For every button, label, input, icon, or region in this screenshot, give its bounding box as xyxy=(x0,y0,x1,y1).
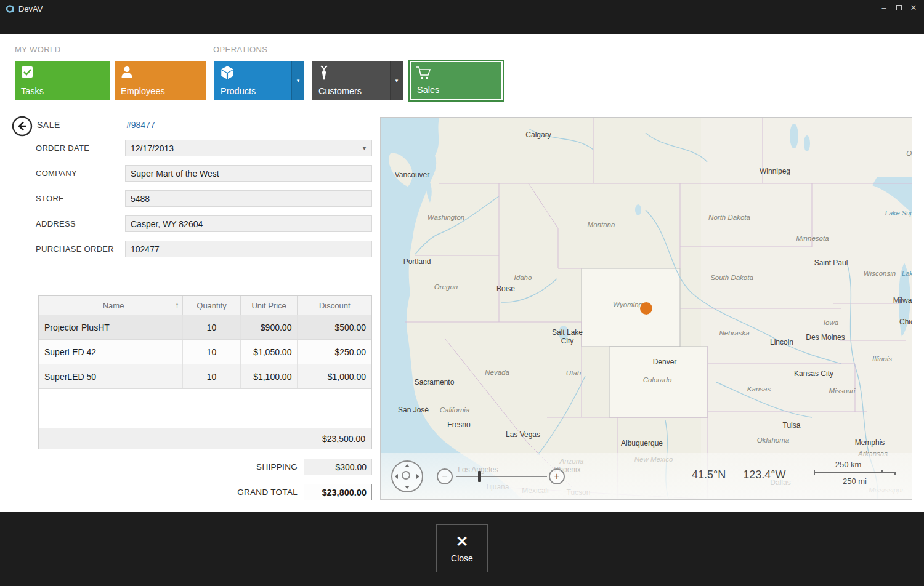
sale-number: #98477 xyxy=(126,120,155,130)
column-header-quantity[interactable]: Quantity xyxy=(183,296,241,315)
pan-right-icon[interactable] xyxy=(416,474,419,479)
map-canvas[interactable]: WashingtonMontanaNorth DakotaMinnesotaOr… xyxy=(380,117,912,500)
column-header-unit-price[interactable]: Unit Price xyxy=(241,296,298,315)
map-label: Saint Paul xyxy=(814,259,848,267)
zoom-slider-handle[interactable] xyxy=(478,471,481,482)
tasks-checkbox-icon xyxy=(20,65,34,82)
map-label: Oregon xyxy=(434,283,458,291)
map-label: California xyxy=(440,406,470,414)
tile-label: Tasks xyxy=(21,86,44,96)
table-empty-area xyxy=(39,389,371,428)
item-name: SuperLED 42 xyxy=(39,340,183,364)
shopping-cart-icon xyxy=(416,66,432,83)
shipping-value: $300.00 xyxy=(304,459,372,475)
pan-center-icon[interactable] xyxy=(402,471,410,480)
map-label: Calgary xyxy=(525,130,551,139)
close-x-icon: ✕ xyxy=(456,534,468,549)
table-row[interactable]: SuperLED 50 10 $1,100.00 $1,000.00 xyxy=(39,364,371,389)
map-pan-control[interactable] xyxy=(391,460,423,492)
item-discount: $250.00 xyxy=(298,340,371,364)
map-label: Colorado xyxy=(643,376,672,383)
order-date-input[interactable] xyxy=(125,140,372,156)
address-input[interactable] xyxy=(125,215,372,232)
minimize-icon[interactable]: – xyxy=(880,4,888,12)
map-label: Des Moines xyxy=(806,333,845,342)
map-label: Fresno xyxy=(447,420,470,429)
tile-sales-selected[interactable]: Sales xyxy=(411,62,501,99)
app-window: DevAV – ✕ MY WORLD OPERATIONS Tasks Empl… xyxy=(0,0,924,586)
map-label: Washington xyxy=(428,214,465,221)
back-button[interactable] xyxy=(12,116,33,137)
map-label: Albuquerque xyxy=(621,439,663,448)
map-label: Las Vegas xyxy=(506,430,540,439)
map-label: Iowa xyxy=(824,319,838,326)
close-button[interactable]: ✕ Close xyxy=(436,524,488,572)
tile-employees[interactable]: Employees xyxy=(115,61,206,100)
shipping-label: SHIPPING xyxy=(38,462,304,472)
sort-ascending-icon[interactable]: ↑ xyxy=(175,301,179,310)
tie-icon xyxy=(317,65,331,83)
company-input[interactable] xyxy=(125,165,372,182)
map-label: North Dakota xyxy=(708,214,750,221)
zoom-in-button[interactable]: + xyxy=(549,468,565,484)
tile-customers[interactable]: Customers ▾ xyxy=(312,61,403,100)
footer-bar: ✕ Close xyxy=(0,512,924,586)
customers-dropdown-arrow[interactable]: ▾ xyxy=(390,61,403,100)
map-label: Lake Sup xyxy=(885,209,912,217)
map-scale: 250 km 250 mi xyxy=(814,460,896,486)
window-title: DevAV xyxy=(18,4,43,14)
map-longitude: 123.4°W xyxy=(743,468,785,481)
pan-left-icon[interactable] xyxy=(395,474,398,479)
tile-tasks[interactable]: Tasks xyxy=(15,61,110,100)
pan-up-icon[interactable] xyxy=(405,464,410,467)
map-marker-casper[interactable] xyxy=(640,302,652,315)
map-coordinates: 41.5°N 123.4°W xyxy=(692,468,785,481)
item-quantity: 10 xyxy=(183,364,241,388)
map-label: Tulsa xyxy=(783,421,801,430)
window-controls: – ✕ xyxy=(880,4,918,12)
shipping-row: SHIPPING $300.00 xyxy=(38,459,372,475)
map-label: Denver xyxy=(653,358,677,366)
field-order-date: ORDER DATE ▼ xyxy=(36,140,372,156)
map-latitude: 41.5°N xyxy=(692,468,726,481)
column-header-name[interactable]: Name ↑ xyxy=(39,296,183,315)
field-company: COMPANY xyxy=(36,165,372,182)
table-row[interactable]: Projector PlusHT 10 $900.00 $500.00 xyxy=(39,315,371,340)
map-label: Sacramento xyxy=(415,378,455,387)
store-input[interactable] xyxy=(125,190,372,207)
grand-total-value: $23,800.00 xyxy=(304,484,372,500)
column-header-discount[interactable]: Discount xyxy=(298,296,371,315)
map-label: Chicago xyxy=(899,318,912,326)
table-row[interactable]: SuperLED 42 10 $1,050.00 $250.00 xyxy=(39,340,371,364)
maximize-icon[interactable] xyxy=(894,4,903,12)
item-unit-price: $900.00 xyxy=(241,315,298,339)
scale-ruler-mi xyxy=(814,472,896,475)
map-scale-km: 250 km xyxy=(814,460,883,469)
item-unit-price: $1,050.00 xyxy=(241,340,298,364)
purchase-order-label: PURCHASE ORDER xyxy=(36,241,125,257)
close-window-icon[interactable]: ✕ xyxy=(909,4,918,12)
map-label: Lake xyxy=(902,270,912,277)
close-button-label: Close xyxy=(451,553,473,563)
group-label-my-world: MY WORLD xyxy=(15,45,60,54)
tile-products[interactable]: Products ▾ xyxy=(214,61,304,100)
map-label: South Dakota xyxy=(710,274,753,281)
zoom-out-button[interactable]: − xyxy=(437,468,453,484)
group-label-operations: OPERATIONS xyxy=(213,45,267,54)
zoom-slider[interactable] xyxy=(456,476,547,477)
grand-total-label: GRAND TOTAL xyxy=(38,488,304,497)
pan-down-icon[interactable] xyxy=(405,486,410,489)
map-label: Wisconsin xyxy=(864,270,896,277)
map-label: Salt Lake City xyxy=(549,328,585,345)
purchase-order-input[interactable] xyxy=(125,241,372,257)
map-label: Memphis xyxy=(855,438,885,447)
tile-label: Employees xyxy=(121,86,165,96)
map-label: Milwaukee xyxy=(893,296,912,305)
address-label: ADDRESS xyxy=(36,215,125,232)
map-label: Wyoming xyxy=(613,301,642,308)
products-dropdown-arrow[interactable]: ▾ xyxy=(291,61,304,100)
map-label: Portland xyxy=(403,257,431,266)
map-label: Illinois xyxy=(872,355,892,363)
item-name: SuperLED 50 xyxy=(39,364,183,388)
item-quantity: 10 xyxy=(183,315,241,339)
